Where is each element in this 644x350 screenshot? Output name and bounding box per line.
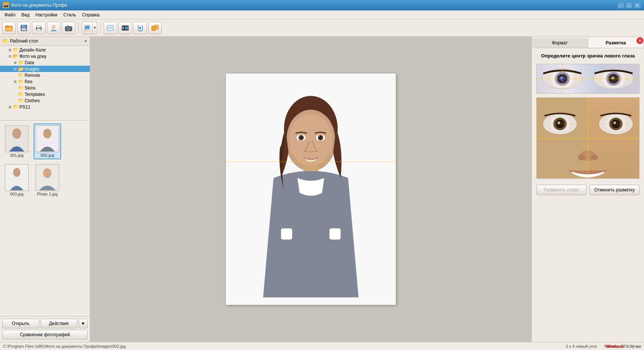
tree-item-dizayn[interactable]: ⊞ 📁 Дизайн Кале (0, 47, 90, 53)
toolbar-save-btn[interactable] (17, 22, 31, 34)
svg-rect-30 (128, 28, 129, 29)
menu-style[interactable]: Стиль (60, 12, 79, 18)
tree-item-label: Remote (25, 73, 40, 78)
eye-image[interactable] (536, 64, 640, 94)
toolbar-open-btn[interactable] (2, 22, 16, 34)
menu-help[interactable]: Справка (79, 12, 102, 18)
svg-rect-61 (329, 228, 341, 240)
svg-rect-18 (85, 26, 89, 29)
tree-item-foto[interactable]: ⊟ 📂 Фото на доку (0, 53, 90, 59)
folder-icon: 📁 (18, 85, 24, 91)
tree-item-label: Templates (25, 92, 45, 97)
right-actions: Разметить снова Отменить разметку (536, 185, 640, 195)
svg-point-54 (300, 136, 302, 138)
folder-icon: 📁 (18, 91, 24, 97)
svg-point-31 (139, 27, 141, 29)
svg-rect-8 (37, 25, 41, 28)
tree-scroll[interactable]: ⊞ 📁 Дизайн Кале ⊟ 📂 Фото на доку ⊞ 📁 Dat… (0, 46, 90, 120)
file-tree-header: 📁 Рабочий стол ▼ (0, 37, 90, 46)
toolbar-split-btn: ▼ (82, 22, 97, 34)
menu-file[interactable]: Файл (1, 12, 19, 18)
svg-rect-2 (6, 26, 9, 27)
svg-rect-19 (85, 29, 87, 31)
photo-canvas[interactable] (226, 74, 396, 305)
tree-item-label: Clothes (25, 98, 40, 103)
svg-rect-25 (123, 26, 124, 29)
expand-icon[interactable]: ⊞ (13, 79, 18, 84)
toolbar-view-dropdown[interactable]: ▼ (93, 22, 97, 34)
expand-icon[interactable]: ⊞ (7, 104, 13, 110)
maximize-button[interactable]: □ (625, 2, 633, 9)
thumb-001[interactable]: 001.jpg (3, 124, 31, 159)
svg-point-42 (43, 168, 51, 178)
separator-2 (100, 23, 101, 33)
toolbar-rotate-btn[interactable] (133, 22, 147, 34)
expand-icon[interactable]: ⊟ (13, 66, 18, 72)
main-area: 📁 Рабочий стол ▼ ⊞ 📁 Дизайн Кале ⊟ 📂 (0, 37, 644, 342)
actions-button[interactable]: Действия (41, 319, 78, 328)
svg-point-72 (611, 76, 614, 79)
close-button[interactable]: ✕ (634, 2, 641, 9)
tree-item-label: Фото на доку (19, 54, 47, 59)
menu-view[interactable]: Вид (19, 12, 33, 18)
tab-razmetka[interactable]: Разметка (588, 38, 644, 48)
toolbar-person-btn[interactable] (47, 22, 60, 34)
expand-icon[interactable]: ⊞ (7, 47, 13, 53)
status-path: C:\Program Files (x86)\Фото на документы… (3, 344, 566, 349)
svg-rect-29 (128, 26, 129, 27)
tree-item-skins[interactable]: 📁 Skins (0, 85, 90, 91)
redo-button[interactable]: Разметить снова (536, 185, 587, 195)
tree-item-ps11[interactable]: ⊞ 📁 PS11 (0, 104, 90, 110)
toolbar-film-btn[interactable] (119, 22, 132, 34)
menu-settings[interactable]: Настройки (32, 12, 60, 18)
tree-item-data[interactable]: ⊞ 📁 Data (0, 59, 90, 66)
desktop-folder-icon: 📁 (2, 38, 9, 44)
thumb-002[interactable]: 002.jpg (34, 124, 61, 159)
brand-program: -Program (624, 344, 641, 349)
close-panel-btn[interactable]: ✕ (637, 37, 643, 44)
tree-item-images[interactable]: ⊟ 📂 Images (0, 66, 90, 72)
svg-rect-60 (281, 228, 292, 240)
svg-point-38 (43, 129, 51, 138)
tree-item-res[interactable]: ⊞ 📁 Res (0, 78, 90, 85)
toolbar-print-btn[interactable] (32, 22, 45, 34)
svg-rect-21 (108, 26, 113, 30)
minimize-button[interactable]: ─ (617, 2, 625, 9)
tree-item-templates[interactable]: 📁 Templates (0, 91, 90, 97)
right-panel-header: ✕ Формат Разметка (532, 37, 644, 48)
svg-point-94 (578, 154, 585, 160)
thumb-003[interactable]: 003.jpg (3, 162, 31, 198)
tree-item-remote[interactable]: 📁 Remote (0, 72, 90, 78)
expand-icon[interactable]: ⊟ (7, 54, 13, 59)
thumb-label-002: 002.jpg (41, 153, 54, 157)
face-image[interactable] (536, 97, 640, 179)
open-button[interactable]: Открыть (2, 319, 39, 328)
cancel-button[interactable]: Отменить разметку (590, 185, 640, 195)
title-bar: 📷 Фото на документы Профи ─ □ ✕ (0, 0, 644, 10)
location-dropdown-arrow[interactable]: ▼ (84, 39, 88, 43)
toolbar-export-btn[interactable]: $ (148, 22, 162, 34)
svg-point-57 (319, 136, 320, 137)
location-label: Рабочий стол (10, 38, 82, 44)
tab-format[interactable]: Формат (532, 38, 588, 48)
folder-open-icon: 📂 (18, 66, 24, 72)
thumb-img-002 (35, 125, 59, 152)
compare-button[interactable]: Сравнение фотографий (2, 330, 88, 340)
svg-point-58 (290, 143, 300, 150)
window-title: Фото на документы Профи (11, 3, 617, 8)
svg-rect-9 (37, 29, 41, 31)
person-photo (226, 74, 396, 305)
actions-dropdown-button[interactable]: ▼ (79, 319, 88, 328)
svg-rect-1 (6, 27, 12, 31)
svg-point-55 (319, 136, 321, 138)
svg-point-59 (322, 143, 332, 150)
expand-icon[interactable]: ⊞ (13, 60, 18, 65)
toolbar-view-btn[interactable] (82, 22, 93, 34)
toolbar-settings-btn[interactable] (104, 22, 117, 34)
folder-open-icon: 📂 (13, 53, 19, 59)
status-format: 3 x 4 левый угол (566, 344, 597, 349)
tree-item-label: Images (25, 66, 39, 72)
tree-item-clothes[interactable]: 📁 Clothes (0, 97, 90, 104)
thumb-photo2[interactable]: Photo 2.jpg (34, 162, 61, 198)
toolbar-camera-btn[interactable] (62, 22, 75, 34)
